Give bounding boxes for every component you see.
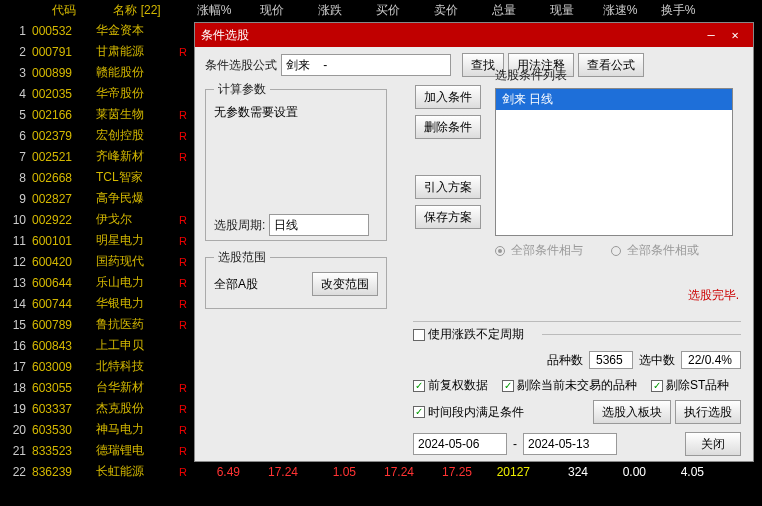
list-item[interactable]: 剑来 日线 (496, 89, 732, 110)
cell-name: 乐山电力 (96, 274, 178, 291)
run-button[interactable]: 执行选股 (675, 400, 741, 424)
dialog-title: 条件选股 (201, 27, 249, 44)
margin-flag: R (178, 424, 188, 436)
del-condition-button[interactable]: 删除条件 (415, 115, 481, 139)
margin-flag: R (178, 403, 188, 415)
chk-nost[interactable]: ✓剔除ST品种 (651, 377, 729, 394)
cell-name: 长虹能源 (96, 463, 178, 480)
cell-code: 600420 (32, 255, 96, 269)
cell-name: 华帝股份 (96, 85, 178, 102)
cell-name: 齐峰新材 (96, 148, 178, 165)
cell-name: 台华新材 (96, 379, 178, 396)
cell-name: 上工申贝 (96, 337, 178, 354)
cell-name: 华银电力 (96, 295, 178, 312)
close-icon[interactable]: ✕ (723, 28, 747, 42)
cell-name: 明星电力 (96, 232, 178, 249)
cell-code: 603055 (32, 381, 96, 395)
change-range-button[interactable]: 改变范围 (312, 272, 378, 296)
count-value: 5365 (589, 351, 633, 369)
cell-code: 002379 (32, 129, 96, 143)
save-scheme-button[interactable]: 保存方案 (415, 205, 481, 229)
margin-flag: R (178, 256, 188, 268)
formula-combo[interactable] (281, 54, 451, 76)
date-to[interactable] (523, 433, 617, 455)
cell-name: 宏创控股 (96, 127, 178, 144)
cell-name: 高争民爆 (96, 190, 178, 207)
hit-label: 选中数 (639, 352, 675, 369)
cell-code: 002922 (32, 213, 96, 227)
hdr-code[interactable]: 代码 (32, 2, 96, 19)
hdr-name[interactable]: 名称 [22] (96, 2, 178, 19)
margin-flag: R (178, 382, 188, 394)
hdr-speed[interactable]: 涨速% (594, 2, 652, 19)
cell-name: 杰克股份 (96, 400, 178, 417)
cell-code: 600644 (32, 276, 96, 290)
margin-flag: R (178, 46, 188, 58)
margin-flag: R (178, 214, 188, 226)
hdr-vol[interactable]: 总量 (478, 2, 536, 19)
condition-list-label: 选股条件列表 (495, 68, 567, 82)
period-combo[interactable] (269, 214, 369, 236)
margin-flag: R (178, 445, 188, 457)
cell-name: TCL智家 (96, 169, 178, 186)
cell-code: 600744 (32, 297, 96, 311)
margin-flag: R (178, 277, 188, 289)
chk-timerange[interactable]: ✓时间段内满足条件 (413, 404, 524, 421)
cell-code: 603337 (32, 402, 96, 416)
margin-flag: R (178, 235, 188, 247)
margin-flag: R (178, 130, 188, 142)
hdr-chg[interactable]: 涨跌 (304, 2, 362, 19)
params-fieldset: 计算参数 无参数需要设置 选股周期: (205, 81, 387, 241)
margin-flag: R (178, 319, 188, 331)
cell-name: 莱茵生物 (96, 106, 178, 123)
hdr-bid[interactable]: 买价 (362, 2, 420, 19)
cell-code: 603009 (32, 360, 96, 374)
cell-name: 国药现代 (96, 253, 178, 270)
cell-name: 赣能股份 (96, 64, 178, 81)
add-condition-button[interactable]: 加入条件 (415, 85, 481, 109)
chk-float-period[interactable]: 使用涨跌不定周期 (413, 326, 524, 343)
cell-name: 伊戈尔 (96, 211, 178, 228)
margin-flag: R (178, 298, 188, 310)
cell-code: 600789 (32, 318, 96, 332)
cell-code: 000899 (32, 66, 96, 80)
range-legend: 选股范围 (214, 249, 270, 266)
condition-listbox[interactable]: 剑来 日线 (495, 88, 733, 236)
cell-name: 鲁抗医药 (96, 316, 178, 333)
date-from[interactable] (413, 433, 507, 455)
cell-code: 833523 (32, 444, 96, 458)
hdr-cur[interactable]: 现量 (536, 2, 594, 19)
cell-code: 002035 (32, 87, 96, 101)
margin-flag: R (178, 109, 188, 121)
cell-name: 神马电力 (96, 421, 178, 438)
minimize-icon[interactable]: — (699, 28, 723, 42)
chk-notrade[interactable]: ✓剔除当前未交易的品种 (502, 377, 637, 394)
formula-label: 条件选股公式 (205, 57, 277, 74)
chk-fq[interactable]: ✓前复权数据 (413, 377, 488, 394)
cell-code: 002668 (32, 171, 96, 185)
cell-code: 600843 (32, 339, 96, 353)
period-label: 选股周期: (214, 217, 265, 234)
table-row[interactable]: 22836239长虹能源R6.4917.241.0517.2417.252012… (0, 461, 762, 482)
cell-name: 德瑞锂电 (96, 442, 178, 459)
grid-header: 代码 名称 [22] 涨幅% 现价 涨跌 买价 卖价 总量 现量 涨速% 换手% (0, 0, 762, 20)
close-button[interactable]: 关闭 (685, 432, 741, 456)
cell-code: 002521 (32, 150, 96, 164)
load-scheme-button[interactable]: 引入方案 (415, 175, 481, 199)
hdr-price[interactable]: 现价 (246, 2, 304, 19)
params-msg: 无参数需要设置 (214, 104, 378, 214)
cell-code: 000532 (32, 24, 96, 38)
hdr-pct[interactable]: 涨幅% (188, 2, 246, 19)
radio-or[interactable]: 全部条件相或 (611, 242, 699, 259)
to-block-button[interactable]: 选股入板块 (593, 400, 671, 424)
cell-name: 甘肃能源 (96, 43, 178, 60)
cell-code: 002827 (32, 192, 96, 206)
margin-flag: R (178, 466, 188, 478)
radio-and[interactable]: 全部条件相与 (495, 242, 583, 259)
condition-dialog: 条件选股 — ✕ 条件选股公式 查找 用法注释 查看公式 计算参数 无参数需要设… (194, 22, 754, 462)
cell-code: 000791 (32, 45, 96, 59)
hdr-turn[interactable]: 换手% (652, 2, 710, 19)
margin-flag: R (178, 151, 188, 163)
titlebar[interactable]: 条件选股 — ✕ (195, 23, 753, 47)
hdr-ask[interactable]: 卖价 (420, 2, 478, 19)
